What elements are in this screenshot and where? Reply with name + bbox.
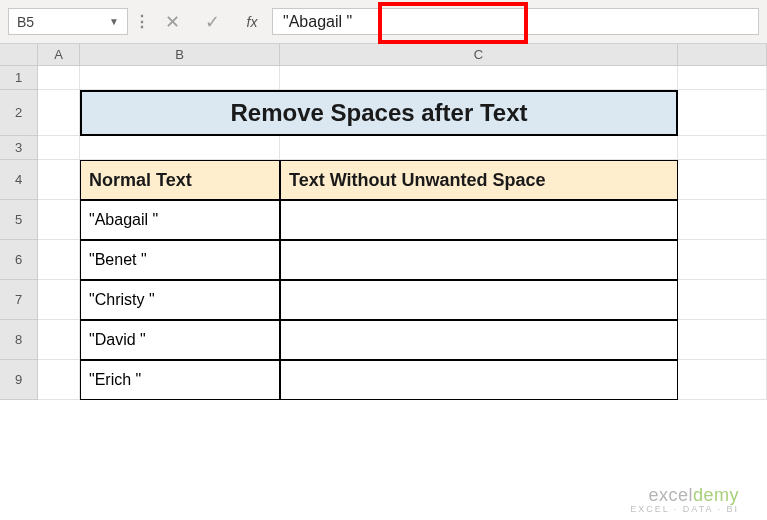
row-header-1[interactable]: 1 bbox=[0, 66, 38, 90]
col-header-C[interactable]: C bbox=[280, 44, 678, 66]
cell-A5[interactable] bbox=[38, 200, 80, 240]
cell-C8[interactable] bbox=[280, 320, 678, 360]
cell-B6[interactable]: "Benet " bbox=[80, 240, 280, 280]
cell-rest-6 bbox=[678, 240, 767, 280]
formula-input[interactable]: "Abagail " bbox=[272, 8, 759, 35]
cell-C5[interactable] bbox=[280, 200, 678, 240]
cell-A7[interactable] bbox=[38, 280, 80, 320]
table-header-B[interactable]: Normal Text bbox=[80, 160, 280, 200]
cell-A9[interactable] bbox=[38, 360, 80, 400]
formula-bar: B5 ▼ ⋮ ✕ ✓ fx "Abagail " bbox=[0, 0, 767, 44]
cell-C3[interactable] bbox=[280, 136, 678, 160]
dropdown-icon[interactable]: ▼ bbox=[109, 16, 119, 27]
cell-rest-3 bbox=[678, 136, 767, 160]
row-header-9[interactable]: 9 bbox=[0, 360, 38, 400]
cell-rest-8 bbox=[678, 320, 767, 360]
row-header-6[interactable]: 6 bbox=[0, 240, 38, 280]
table-header-C[interactable]: Text Without Unwanted Space bbox=[280, 160, 678, 200]
cell-rest-4 bbox=[678, 160, 767, 200]
cell-A1[interactable] bbox=[38, 66, 80, 90]
select-all-corner[interactable] bbox=[0, 44, 38, 66]
cell-B1[interactable] bbox=[80, 66, 280, 90]
cell-A8[interactable] bbox=[38, 320, 80, 360]
column-header-row: A B C bbox=[0, 44, 767, 66]
title-cell[interactable]: Remove Spaces after Text bbox=[80, 90, 678, 136]
title-text: Remove Spaces after Text bbox=[230, 99, 527, 127]
row-header-5[interactable]: 5 bbox=[0, 200, 38, 240]
cell-B8[interactable]: "David " bbox=[80, 320, 280, 360]
cell-B9[interactable]: "Erich " bbox=[80, 360, 280, 400]
enter-icon[interactable]: ✓ bbox=[192, 0, 232, 43]
row-header-3[interactable]: 3 bbox=[0, 136, 38, 160]
cell-B7[interactable]: "Christy " bbox=[80, 280, 280, 320]
fx-icon[interactable]: fx bbox=[232, 0, 272, 43]
watermark-logo: exceldemy EXCEL · DATA · BI bbox=[630, 486, 739, 514]
spreadsheet-grid: A B C 1 2 Remove Spaces after Text 3 4 N… bbox=[0, 44, 767, 400]
row-header-2[interactable]: 2 bbox=[0, 90, 38, 136]
cell-B3[interactable] bbox=[80, 136, 280, 160]
expand-dots-icon[interactable]: ⋮ bbox=[132, 0, 152, 43]
row-header-7[interactable]: 7 bbox=[0, 280, 38, 320]
cell-C7[interactable] bbox=[280, 280, 678, 320]
cell-C6[interactable] bbox=[280, 240, 678, 280]
name-box-value: B5 bbox=[17, 14, 34, 30]
cell-rest-5 bbox=[678, 200, 767, 240]
col-header-A[interactable]: A bbox=[38, 44, 80, 66]
table-header-B-label: Normal Text bbox=[89, 170, 192, 191]
cell-C1[interactable] bbox=[280, 66, 678, 90]
cell-C9[interactable] bbox=[280, 360, 678, 400]
cell-A2[interactable] bbox=[38, 90, 80, 136]
table-header-C-label: Text Without Unwanted Space bbox=[289, 170, 546, 191]
formula-input-value: "Abagail " bbox=[283, 13, 352, 31]
name-box[interactable]: B5 ▼ bbox=[8, 8, 128, 35]
cell-A6[interactable] bbox=[38, 240, 80, 280]
col-header-B[interactable]: B bbox=[80, 44, 280, 66]
cell-rest-9 bbox=[678, 360, 767, 400]
cancel-icon[interactable]: ✕ bbox=[152, 0, 192, 43]
row-header-8[interactable]: 8 bbox=[0, 320, 38, 360]
cell-A4[interactable] bbox=[38, 160, 80, 200]
cell-B5[interactable]: "Abagail " bbox=[80, 200, 280, 240]
row-header-4[interactable]: 4 bbox=[0, 160, 38, 200]
cell-rest-7 bbox=[678, 280, 767, 320]
col-header-rest bbox=[678, 44, 767, 66]
cell-A3[interactable] bbox=[38, 136, 80, 160]
cell-rest-1 bbox=[678, 66, 767, 90]
cell-rest-2 bbox=[678, 90, 767, 136]
